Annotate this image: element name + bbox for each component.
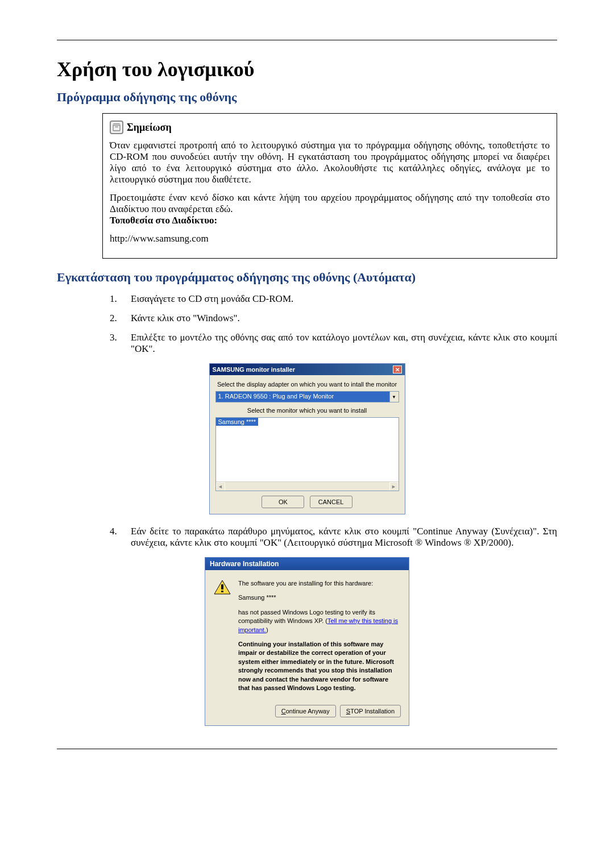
step-2: Κάντε κλικ στο "Windows". — [119, 313, 557, 324]
step-1: Εισαγάγετε το CD στη μονάδα CD-ROM. — [119, 293, 557, 305]
monitor-list[interactable]: Samsung **** ◄ ► — [215, 417, 399, 491]
monitor-list-item: Samsung **** — [216, 418, 259, 426]
note-paragraph-2: Προετοιμάστε έναν κενό δίσκο και κάντε λ… — [110, 192, 550, 226]
step-4: Εάν δείτε το παρακάτω παράθυρο μηνύματος… — [119, 526, 557, 549]
bottom-divider — [57, 749, 557, 749]
installer-title-text: SAMSUNG monitor installer — [213, 366, 295, 373]
stop-installation-button[interactable]: STOP Installation — [340, 705, 401, 717]
note-paragraph-1: Όταν εμφανιστεί προτροπή από το λειτουργ… — [110, 140, 550, 185]
page-title: Χρήση του λογισμικού — [57, 57, 557, 81]
scroll-right-icon[interactable]: ► — [389, 482, 399, 491]
hardware-line1: The software you are installing for this… — [238, 579, 401, 588]
hardware-dialog: Hardware Installation The software you a… — [205, 557, 409, 726]
hardware-line3: has not passed Windows Logo testing to v… — [238, 608, 401, 634]
svg-rect-0 — [221, 584, 223, 589]
note-box: Σημείωση Όταν εμφανιστεί προτροπή από το… — [102, 113, 557, 259]
hardware-buttons: Continue Anyway STOP Installation — [205, 705, 409, 725]
top-divider — [57, 40, 557, 40]
hardware-titlebar: Hardware Installation — [205, 558, 409, 570]
installer-dialog: SAMSUNG monitor installer ✕ Select the d… — [209, 363, 405, 514]
note-icon — [110, 121, 123, 134]
note-title: Σημείωση — [127, 122, 172, 134]
hardware-warning-bold: Continuing your installation of this sof… — [238, 640, 401, 692]
svg-rect-1 — [221, 591, 223, 592]
note-header: Σημείωση — [110, 121, 550, 134]
section-heading-install: Εγκατάσταση του προγράμματος οδήγησης τη… — [57, 270, 557, 285]
hardware-line2: Samsung **** — [238, 593, 401, 602]
cancel-button[interactable]: CANCEL — [310, 496, 352, 508]
adapter-selected: 1. RADEON 9550 : Plug and Play Monitor — [216, 392, 389, 402]
installer-content: Select the display adapter on which you … — [210, 375, 405, 514]
continue-anyway-button[interactable]: Continue Anyway — [275, 705, 336, 717]
note-url-link[interactable]: http://www.samsung.com — [110, 233, 209, 244]
horizontal-scrollbar[interactable]: ◄ ► — [216, 481, 399, 491]
warning-icon — [213, 579, 231, 595]
note-body: Όταν εμφανιστεί προτροπή από το λειτουργ… — [110, 140, 550, 244]
adapter-select[interactable]: 1. RADEON 9550 : Plug and Play Monitor ▼ — [215, 391, 399, 402]
hardware-text: The software you are installing for this… — [238, 579, 401, 698]
installer-buttons: OK CANCEL — [215, 496, 399, 508]
install-steps: Εισαγάγετε το CD στη μονάδα CD-ROM. Κάντ… — [102, 293, 557, 355]
installer-label-adapter: Select the display adapter on which you … — [215, 381, 399, 388]
scroll-left-icon[interactable]: ◄ — [216, 482, 225, 491]
ok-button[interactable]: OK — [262, 496, 304, 508]
installer-label-monitor: Select the monitor which you want to ins… — [215, 407, 399, 414]
chevron-down-icon: ▼ — [389, 392, 399, 402]
installer-titlebar: SAMSUNG monitor installer ✕ — [210, 364, 405, 375]
note-url-label: Τοποθεσία στο Διαδίκτυο: — [110, 215, 217, 226]
close-icon[interactable]: ✕ — [393, 366, 402, 373]
install-steps-continued: Εάν δείτε το παρακάτω παράθυρο μηνύματος… — [102, 526, 557, 549]
hardware-content: The software you are installing for this… — [205, 570, 409, 705]
step-3: Επιλέξτε το μοντέλο της οθόνης σας από τ… — [119, 332, 557, 355]
section-heading-driver: Πρόγραμμα οδήγησης της οθόνης — [57, 90, 557, 105]
